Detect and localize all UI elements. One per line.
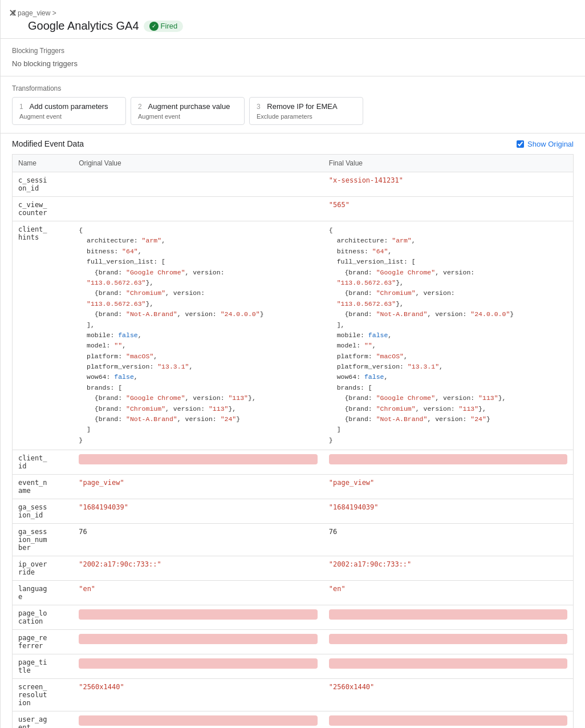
row-name: ip_over ride (13, 556, 74, 581)
col-header-name: Name (13, 155, 74, 172)
fired-badge: ✓ Fired (144, 21, 184, 32)
row-name: screen_ resolut ion (13, 679, 74, 711)
no-blocking-triggers-text: No blocking triggers (12, 59, 574, 68)
table-row: c_sessi on_id"x-session-141231" (13, 172, 574, 197)
table-row: screen_ resolut ion"2560x1440""2560x1440… (13, 679, 574, 711)
transform-num-3: 3 (257, 103, 261, 111)
panel: ✕ 2 page_view > Google Analytics GA4 ✓ F… (0, 0, 585, 728)
fired-label: Fired (161, 22, 178, 30)
transform-card-3[interactable]: 3 Remove IP for EMEA Exclude parameters (249, 97, 363, 125)
blocking-triggers-title: Blocking Triggers (12, 47, 574, 55)
row-original-value (73, 197, 323, 221)
row-original-value (73, 654, 323, 679)
row-original-value: "2560x1440" (73, 679, 323, 711)
col-header-final: Final Value (323, 155, 574, 172)
show-original-toggle[interactable]: Show Original (517, 140, 574, 148)
transform-num-1: 1 (19, 103, 23, 111)
table-header-row: Name Original Value Final Value (13, 155, 574, 172)
row-original-value: "2002:a17:90c:733::" (73, 556, 323, 581)
row-final-value: "x-session-141231" (323, 172, 574, 197)
transformations-section: Transformations 1 Add custom parameters … (1, 76, 585, 134)
breadcrumb: 2 page_view > (12, 9, 574, 17)
table-row: client_ id (13, 450, 574, 475)
row-name: page_lo cation (13, 605, 74, 630)
table-row: event_n ame"page_view""page_view" (13, 475, 574, 499)
table-row: languag e"en""en" (13, 581, 574, 605)
check-icon: ✓ (149, 22, 159, 31)
row-name: c_sessi on_id (13, 172, 74, 197)
show-original-checkbox[interactable] (517, 140, 524, 148)
row-name: client_ hints (13, 221, 74, 450)
row-original-value (73, 450, 323, 475)
row-name: ga_sess ion_id (13, 499, 74, 524)
modified-header: Modified Event Data Show Original (12, 139, 574, 148)
transform-type-1: Augment event (19, 113, 119, 120)
modified-event-section: Modified Event Data Show Original Name O… (1, 134, 585, 728)
row-final-value: 76 (323, 524, 574, 556)
title-row: Google Analytics GA4 ✓ Fired (12, 19, 574, 33)
table-row: ga_sess ion_id"1684194039""1684194039" (13, 499, 574, 524)
blocking-triggers-section: Blocking Triggers No blocking triggers (1, 39, 585, 76)
row-final-value: "en" (323, 581, 574, 605)
transform-type-2: Augment event (138, 113, 237, 120)
row-original-value (73, 711, 323, 728)
table-row: client_ hints{ architecture: "arm", bitn… (13, 221, 574, 450)
row-final-value (323, 654, 574, 679)
transform-num-2: 2 (138, 103, 142, 111)
page-title: Google Analytics GA4 (28, 19, 139, 33)
event-data-table: Name Original Value Final Value c_sessi … (12, 154, 574, 728)
row-final-value: { architecture: "arm", bitness: "64", fu… (323, 221, 574, 450)
row-original-value (73, 172, 323, 197)
row-name: c_view_ counter (13, 197, 74, 221)
transform-name-2: Augment purchase value (148, 102, 230, 111)
transform-card-2[interactable]: 2 Augment purchase value Augment event (131, 97, 245, 125)
row-final-value: "2002:a17:90c:733::" (323, 556, 574, 581)
row-original-value: { architecture: "arm", bitness: "64", fu… (73, 221, 323, 450)
row-final-value: "1684194039" (323, 499, 574, 524)
row-name: client_ id (13, 450, 74, 475)
row-final-value (323, 605, 574, 630)
transform-card-1[interactable]: 1 Add custom parameters Augment event (12, 97, 126, 125)
row-original-value (73, 605, 323, 630)
row-name: languag e (13, 581, 74, 605)
row-original-value: "1684194039" (73, 499, 323, 524)
row-original-value: 76 (73, 524, 323, 556)
row-final-value: "565" (323, 197, 574, 221)
transformations-grid: 1 Add custom parameters Augment event 2 … (12, 97, 574, 125)
row-name: page_ti tle (13, 654, 74, 679)
row-name: user_ag ent (13, 711, 74, 728)
transform-type-3: Exclude parameters (257, 113, 356, 120)
row-final-value (323, 630, 574, 654)
transform-name-1: Add custom parameters (30, 102, 108, 111)
row-original-value: "en" (73, 581, 323, 605)
table-row: page_ti tle (13, 654, 574, 679)
row-original-value: "page_view" (73, 475, 323, 499)
close-button[interactable]: ✕ (9, 8, 17, 18)
table-row: ip_over ride"2002:a17:90c:733::""2002:a1… (13, 556, 574, 581)
row-final-value (323, 450, 574, 475)
table-row: c_view_ counter"565" (13, 197, 574, 221)
table-row: page_re ferrer (13, 630, 574, 654)
table-row: page_lo cation (13, 605, 574, 630)
col-header-original: Original Value (73, 155, 323, 172)
row-name: event_n ame (13, 475, 74, 499)
row-name: ga_sess ion_num ber (13, 524, 74, 556)
modified-title: Modified Event Data (12, 139, 84, 148)
transformations-title: Transformations (12, 84, 574, 92)
row-final-value: "2560x1440" (323, 679, 574, 711)
row-name: page_re ferrer (13, 630, 74, 654)
table-row: ga_sess ion_num ber7676 (13, 524, 574, 556)
row-final-value: "page_view" (323, 475, 574, 499)
header: ✕ 2 page_view > Google Analytics GA4 ✓ F… (1, 0, 585, 39)
row-final-value (323, 711, 574, 728)
table-row: user_ag ent (13, 711, 574, 728)
row-original-value (73, 630, 323, 654)
transform-name-3: Remove IP for EMEA (267, 102, 337, 111)
show-original-label-text: Show Original (527, 140, 574, 148)
